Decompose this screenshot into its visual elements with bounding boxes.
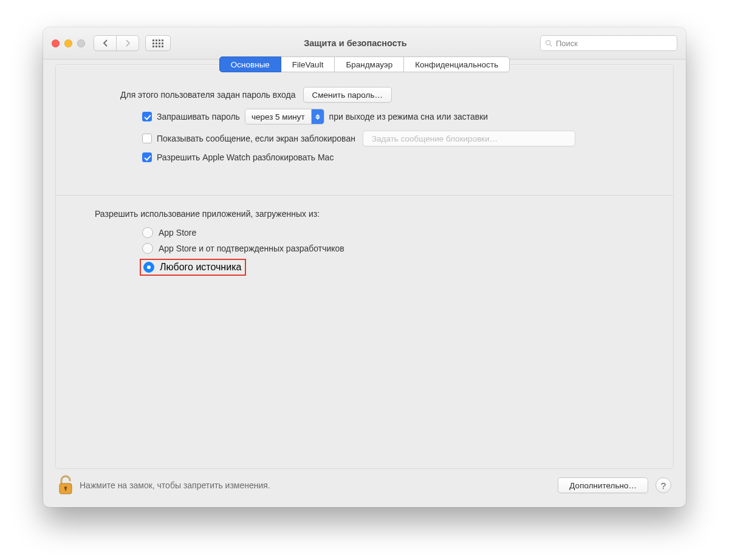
change-password-button[interactable]: Сменить пароль… — [303, 87, 392, 103]
tab-bar: Основные FileVault Брандмауэр Конфиденци… — [74, 56, 655, 72]
tab-general[interactable]: Основные — [219, 56, 281, 72]
allow-apps-option-identified[interactable]: App Store и от подтвержденных разработчи… — [142, 243, 655, 254]
preferences-window: Защита и безопасность Поиск Основные Fil… — [43, 27, 686, 507]
require-password-row: Запрашивать пароль через 5 минут при вых… — [142, 109, 655, 125]
lock-icon[interactable] — [58, 475, 74, 496]
footer: Нажмите на замок, чтобы запретить измене… — [55, 469, 674, 496]
set-lock-message-button[interactable]: Задать сообщение блокировки… — [363, 131, 575, 146]
svg-rect-5 — [65, 488, 66, 491]
show-lock-message-checkbox[interactable] — [142, 134, 152, 143]
require-password-checkbox[interactable] — [142, 112, 152, 121]
allow-apps-option-anywhere-highlight: Любого источника — [140, 259, 246, 276]
search-icon — [545, 39, 553, 47]
settings-pane: Основные FileVault Брандмауэр Конфиденци… — [55, 64, 674, 469]
allow-apple-watch-label: Разрешить Apple Watch разблокировать Mac — [157, 152, 334, 162]
password-set-label: Для этого пользователя задан пароль вход… — [120, 90, 296, 100]
radio-identified-label: App Store и от подтвержденных разработчи… — [159, 244, 344, 253]
allow-apps-option-appstore[interactable]: App Store — [142, 227, 655, 238]
show-lock-message-row: Показывать сообщение, если экран заблоки… — [142, 131, 655, 146]
tab-privacy[interactable]: Конфиденциальность — [403, 56, 510, 72]
radio-appstore[interactable] — [142, 227, 153, 238]
svg-line-1 — [550, 44, 552, 46]
help-button[interactable]: ? — [655, 477, 671, 493]
close-window-button[interactable] — [52, 39, 60, 47]
radio-anywhere-label: Любого источника — [160, 262, 241, 273]
radio-identified[interactable] — [142, 243, 153, 254]
grid-icon — [152, 39, 163, 47]
search-field[interactable]: Поиск — [540, 35, 677, 51]
forward-button[interactable] — [116, 35, 139, 51]
radio-appstore-label: App Store — [159, 228, 196, 237]
minimize-window-button[interactable] — [64, 39, 72, 47]
lock-hint-label: Нажмите на замок, чтобы запретить измене… — [80, 480, 270, 490]
window-traffic-lights — [52, 39, 85, 47]
svg-point-0 — [546, 40, 550, 44]
tab-filevault[interactable]: FileVault — [281, 56, 335, 72]
radio-anywhere[interactable] — [143, 262, 154, 273]
nav-back-forward — [94, 35, 139, 51]
require-password-delay-popup[interactable]: через 5 минут — [245, 109, 324, 125]
divider — [56, 195, 673, 196]
tab-firewall[interactable]: Брандмауэр — [334, 56, 404, 72]
popup-stepper-icon — [311, 109, 324, 124]
password-set-row: Для этого пользователя задан пароль вход… — [74, 87, 655, 103]
allow-apple-watch-row: Разрешить Apple Watch разблокировать Mac — [142, 152, 655, 162]
search-placeholder: Поиск — [556, 39, 578, 48]
back-button[interactable] — [94, 35, 117, 51]
advanced-button[interactable]: Дополнительно… — [558, 477, 648, 493]
zoom-window-button[interactable] — [77, 39, 85, 47]
content-area: Основные FileVault Брандмауэр Конфиденци… — [43, 60, 686, 507]
allow-apple-watch-checkbox[interactable] — [142, 152, 152, 162]
allow-apps-title: Разрешить использование приложений, загр… — [95, 209, 655, 219]
titlebar: Защита и безопасность Поиск — [43, 27, 686, 60]
show-all-button[interactable] — [145, 35, 171, 51]
show-lock-message-label: Показывать сообщение, если экран заблоки… — [157, 134, 355, 143]
require-password-label: Запрашивать пароль — [157, 112, 240, 121]
require-password-suffix: при выходе из режима сна или заставки — [329, 112, 488, 121]
window-title: Защита и безопасность — [171, 38, 540, 48]
require-password-delay-value: через 5 минут — [252, 112, 305, 121]
